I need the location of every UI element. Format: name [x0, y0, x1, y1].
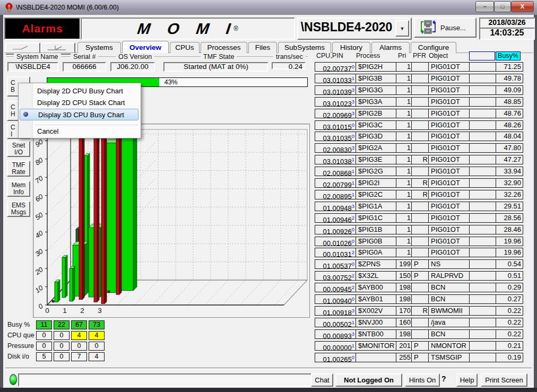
process-table-row[interactable]: 02,008303$PIG2A1PIG01OT47.80	[315, 143, 523, 153]
process-table-row[interactable]: 02,007370$PIG2H1PIG01OT71.25	[315, 62, 523, 72]
column-header[interactable]: Pri	[398, 52, 406, 59]
print-screen-button[interactable]: Print Screen	[481, 373, 527, 387]
object-cell: BCN	[428, 294, 472, 304]
pause-button[interactable]: Pause...	[414, 18, 477, 38]
sidebar-button-ems-msgs[interactable]: EMSMsgs	[7, 201, 30, 217]
cpu-stats-row-label: Busy %	[7, 321, 36, 328]
process-table-row[interactable]: 01,009260$PIG1B1PIG01OT28.46	[315, 225, 523, 235]
column-header[interactable]: Object	[429, 52, 448, 59]
sidebar-button-tmf-rate[interactable]: TMFRate	[7, 161, 30, 177]
menu-item-cancel[interactable]: Cancel	[19, 126, 138, 137]
column-header[interactable]: CPU,PIN	[316, 52, 343, 59]
process-table: CPU,PINProcessPriPFRObjectBusy%02,007370…	[313, 50, 525, 368]
process-table-row[interactable]: 00,010312$PIG0A1PIG01OT19.96	[315, 248, 523, 258]
tab-systems[interactable]: Systems	[77, 42, 121, 53]
process-table-row[interactable]: 03,010233$PIG3A1PIG01OT48.85	[315, 97, 523, 107]
pfr-cell	[411, 213, 430, 223]
process-table-row[interactable]: 00,000001$MONITOR201PNMONTOR0.21	[315, 341, 523, 351]
cpu-stats-cell: 5	[36, 352, 52, 361]
busy-pct-cell: 48.85	[496, 97, 523, 107]
os-version-value: J06.20.00	[110, 62, 155, 72]
process-table-row[interactable]: 03,010331$PIG3B1PIG01OT49.78	[315, 74, 523, 84]
question-mark-button[interactable]: ?	[441, 374, 446, 383]
cpu-stats-cell: 4	[89, 331, 105, 340]
blank-cell	[469, 202, 496, 211]
process-table-row[interactable]: 00,008933$NTB00198BCN0.22	[315, 329, 523, 339]
menu-item-2d-stack[interactable]: Display 2D CPU Stack Chart	[19, 97, 138, 109]
chart-bar-green	[70, 268, 73, 301]
column-header[interactable]: PFR	[413, 52, 426, 59]
process-table-row[interactable]: 00,005021$NVJ00160/java0.22	[315, 318, 523, 328]
maximize-button[interactable]: □	[494, 1, 511, 12]
tab-cpus[interactable]: CPUs	[170, 42, 200, 53]
process-table-row[interactable]: 00,010260$PIG0B1PIG01OT19.96	[315, 237, 523, 247]
pfr-cell: P	[411, 271, 430, 281]
chart-bar-red	[116, 129, 119, 294]
process-cell: $X002V	[356, 306, 399, 316]
cpu-pin-cell: 01,009483	[315, 202, 357, 211]
process-table-row[interactable]: 02,008951$PIG2C1RPIG01OT32.26	[315, 190, 523, 200]
process-cell: $NTB00	[356, 329, 399, 339]
menu-item-2d-busy[interactable]: Display 2D CPU Busy Chart	[19, 85, 138, 97]
tab-processes[interactable]: Processes	[201, 42, 247, 53]
busy-pct-cell: 71.25	[496, 62, 523, 72]
column-header-busy-sorted[interactable]: Busy%	[496, 51, 521, 60]
sidebar-button-mem-info[interactable]: MemInfo	[7, 181, 30, 197]
object-cell: BCN	[428, 329, 472, 339]
alarms-indicator[interactable]: Alarms	[4, 18, 81, 40]
panel-bottom-divider	[5, 368, 532, 370]
system-selector[interactable]: \NSBLDE4-2020 ▼	[297, 18, 412, 40]
process-table-row[interactable]: 01,009483$PIG1A1PIG01OT29.51	[315, 202, 523, 212]
process-table-row[interactable]: 01,005370$ZPNS199PNS0.54	[315, 259, 523, 269]
object-cell: PIG01OT	[428, 143, 472, 153]
busy-pct-cell: 0.22	[496, 318, 523, 327]
process-table-row[interactable]: 01,009183$X002V170RBWMOMII0.22	[315, 306, 523, 316]
chart-bar-red	[101, 129, 105, 304]
blank-cell	[469, 283, 496, 292]
pfr-cell	[411, 237, 430, 246]
busy-pct-cell: 33.94	[496, 167, 523, 176]
tmf-state-label: TMF State	[201, 53, 237, 60]
hints-button[interactable]: Hints On	[405, 373, 440, 387]
cpu-stats-cell: 67	[71, 320, 87, 329]
process-cell: $PIG3B	[356, 74, 399, 83]
pfr-cell: P	[411, 259, 430, 269]
close-button[interactable]: X	[511, 1, 534, 12]
process-cell: $PIG3A	[356, 97, 399, 107]
process-table-row[interactable]: 01,002650255PTSMSGIP0.19	[315, 353, 523, 363]
minimize-button[interactable]: –	[475, 1, 494, 12]
process-table-row[interactable]: 01,009462$PIG1C1PIG01OT28.56	[315, 213, 523, 223]
object-cell: PIG01OT	[428, 237, 472, 246]
pfr-cell: R	[411, 306, 430, 316]
system-selector-dropdown-button[interactable]: ▼	[395, 20, 409, 37]
process-table-row[interactable]: 03,007522$X3ZL150PRALPRVD0.51	[315, 271, 523, 281]
process-table-row[interactable]: 01,009400$AYB01198BCN0.27	[315, 294, 523, 304]
blank-cell	[469, 213, 496, 223]
process-table-row[interactable]: 03,010150$PIG3C1PIG01OT48.26	[315, 120, 523, 130]
login-status-button[interactable]: Not Logged On	[335, 373, 402, 387]
busy-pct-cell: 47.80	[496, 143, 523, 153]
column-header[interactable]: Process	[356, 52, 380, 59]
pfr-cell: P	[411, 341, 430, 351]
menu-item-3d-busy[interactable]: Display 3D CPU Busy Chart	[20, 109, 138, 120]
process-table-row[interactable]: 03,010381$PIG3E1RPIG01OT47.27	[315, 155, 523, 165]
process-table-row[interactable]: 00,009452$AYB00198BCN0.29	[315, 283, 523, 293]
help-button[interactable]: Help	[456, 373, 478, 387]
tab-files[interactable]: Files	[248, 42, 277, 53]
cpu-pin-cell: 01,009183	[315, 306, 357, 316]
blank-cell	[469, 85, 496, 95]
chat-button[interactable]: Chat	[311, 373, 333, 387]
process-table-row[interactable]: 03,010393$PIG3G1PIG01OT49.09	[315, 85, 523, 95]
process-table-row[interactable]: 02,008681$PIG2G1PIG01OT33.94	[315, 167, 523, 177]
process-table-row[interactable]: 03,010350$PIG3D1PIG01OT48.04	[315, 132, 523, 142]
column-header-blank[interactable]	[469, 51, 495, 60]
sidebar-button-snet-io[interactable]: SnetI/O	[7, 141, 30, 157]
tab-overview[interactable]: Overview	[122, 41, 169, 53]
process-cell: $PIG3E	[356, 155, 399, 164]
title-bar[interactable]: \NSBLDE4-2020 MOMI (6.00/6.00) – □ X	[0, 0, 537, 15]
sidebar-button-label: I	[11, 131, 12, 138]
cpu-busy-3d-chart[interactable]: 01020304050607080900123	[33, 124, 310, 318]
process-table-row[interactable]: 02,007991$PIG2I1RPIG01OT32.90	[315, 178, 523, 188]
pfr-cell	[411, 143, 430, 153]
process-table-row[interactable]: 02,009693$PIG2B1PIG01OT48.76	[315, 109, 523, 119]
